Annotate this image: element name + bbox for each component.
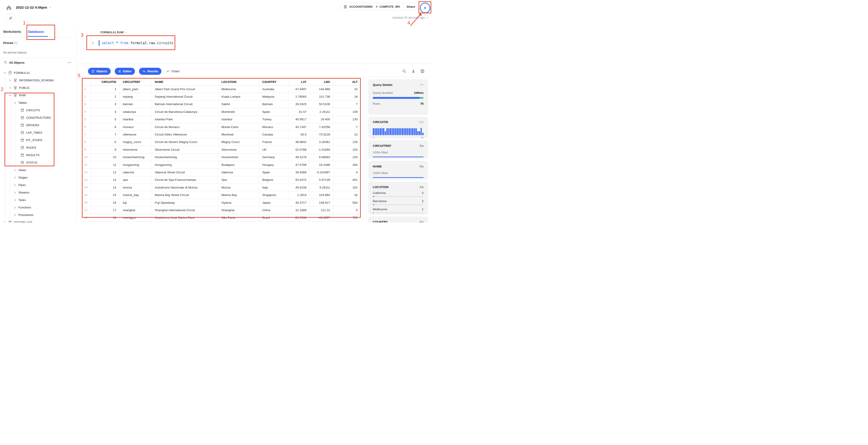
- cell-name[interactable]: Circuit de Monaco: [152, 123, 218, 131]
- chevron-right-icon[interactable]: [13, 213, 17, 217]
- table-row[interactable]: 1111hungaroringHungaroringBudapestHungar…: [82, 161, 361, 168]
- cell-lng[interactable]: -46.6997: [310, 214, 333, 221]
- cell-lat[interactable]: 31.3389: [288, 206, 310, 214]
- column-header-circuitid[interactable]: CIRCUITID: [91, 79, 120, 85]
- table-row[interactable]: 22sepangSepang International CircuitKual…: [82, 93, 361, 100]
- cell-country[interactable]: Italy: [259, 184, 288, 191]
- column-header-name[interactable]: NAME: [152, 79, 218, 85]
- cell-circuitref[interactable]: bahrain: [120, 100, 152, 108]
- table-row[interactable]: 1313spaCircuit de Spa-FrancorchampsSpaBe…: [82, 176, 361, 183]
- cell-name[interactable]: Hungaroring: [152, 161, 218, 168]
- tree-item-pit_stops[interactable]: PIT_STOPS: [0, 136, 76, 144]
- cell-alt[interactable]: 5: [333, 206, 361, 214]
- cell-location[interactable]: São Paulo: [218, 214, 259, 221]
- tab-databases[interactable]: Databases: [28, 30, 44, 34]
- cell-name[interactable]: Bahrain International Circuit: [152, 100, 218, 108]
- tree-item-pipes[interactable]: Pipes: [0, 181, 76, 189]
- home-button[interactable]: [6, 5, 12, 11]
- cell-location[interactable]: Istanbul: [218, 115, 259, 123]
- cell-country[interactable]: France: [259, 138, 288, 146]
- table-row[interactable]: 44catalunyaCircuit de Barcelona-Cataluny…: [82, 108, 361, 115]
- cell-country[interactable]: Turkey: [259, 115, 288, 123]
- cell-country[interactable]: Japan: [259, 199, 288, 206]
- cell-location[interactable]: Silverstone: [218, 146, 259, 153]
- table-row[interactable]: 1212valenciaValencia Street CircuitValen…: [82, 169, 361, 176]
- chevron-down-icon[interactable]: [3, 71, 7, 75]
- cell-circuitref[interactable]: monza: [120, 184, 152, 191]
- tree-item-functions[interactable]: Functions: [0, 204, 76, 211]
- column-header-alt[interactable]: ALT: [333, 79, 361, 85]
- share-button[interactable]: Share: [403, 3, 419, 11]
- cell-location[interactable]: Indianapolis: [218, 221, 259, 222]
- cell-lat[interactable]: 35.3717: [288, 199, 310, 206]
- cell-location[interactable]: Monte-Carlo: [218, 123, 259, 131]
- tree-item-procedures[interactable]: Procedures: [0, 211, 76, 219]
- cell-circuitref[interactable]: spa: [120, 176, 152, 183]
- cell-circuitref[interactable]: magny_cours: [120, 138, 152, 146]
- cell-lng[interactable]: 121.22: [310, 206, 333, 214]
- cell-country[interactable]: Malaysia: [259, 93, 288, 100]
- cell-country[interactable]: Brazil: [259, 214, 288, 221]
- cell-alt[interactable]: 13: [333, 131, 361, 138]
- cell-country[interactable]: USA: [259, 221, 288, 222]
- cell-location[interactable]: Melbourne: [218, 85, 259, 93]
- table-row[interactable]: 1818interlagosAutódromo José Carlos Pace…: [82, 214, 361, 221]
- cell-country[interactable]: Spain: [259, 169, 288, 176]
- cell-lat[interactable]: 52.0786: [288, 146, 310, 153]
- cell-country[interactable]: Hungary: [259, 161, 288, 168]
- cell-alt[interactable]: 103: [333, 153, 361, 161]
- column-header-circuitref[interactable]: CIRCUITREF: [120, 79, 152, 85]
- cell-lat[interactable]: 43.7347: [288, 123, 310, 131]
- cell-lng[interactable]: 2.26111: [310, 108, 333, 115]
- tree-item-tasks[interactable]: Tasks: [0, 196, 76, 204]
- cell-lat[interactable]: 47.5789: [288, 161, 310, 168]
- cell-country[interactable]: Singapore: [259, 191, 288, 199]
- table-row[interactable]: 1515marina_bayMarina Bay Street CircuitM…: [82, 191, 361, 199]
- chevron-right-icon[interactable]: [3, 221, 7, 223]
- cell-circuitid[interactable]: 10: [91, 153, 120, 161]
- cell-lng[interactable]: 138.927: [310, 199, 333, 206]
- table-row[interactable]: 55istanbulIstanbul ParkIstanbulTurkey40.…: [82, 115, 361, 123]
- cell-lng[interactable]: 19.2486: [310, 161, 333, 168]
- cell-circuitid[interactable]: 12: [91, 169, 120, 176]
- cell-alt[interactable]: 18: [333, 191, 361, 199]
- chevron-right-icon[interactable]: [13, 206, 17, 209]
- tree-item-raw[interactable]: RAW: [0, 92, 76, 99]
- cell-alt[interactable]: 7: [333, 123, 361, 131]
- chevron-down-icon[interactable]: [13, 101, 17, 105]
- cell-country[interactable]: Belgium: [259, 176, 288, 183]
- cell-country[interactable]: Germany: [259, 153, 288, 161]
- cell-name[interactable]: Circuit de Nevers Magny-Cours: [152, 138, 218, 146]
- all-objects-label[interactable]: All Objects: [9, 61, 25, 64]
- tab-objects[interactable]: Objects: [88, 68, 111, 75]
- cell-alt[interactable]: 10: [333, 85, 361, 93]
- cell-lng[interactable]: -73.5228: [310, 131, 333, 138]
- cell-circuitref[interactable]: sepang: [120, 93, 152, 100]
- sql-editor[interactable]: 1 select * from formula1.raw.circuits: [86, 36, 175, 50]
- column-header-lng[interactable]: LNG: [310, 79, 333, 85]
- table-row[interactable]: 11albert_parkAlbert Park Grand Prix Circ…: [82, 85, 361, 93]
- cell-circuitref[interactable]: valencia: [120, 169, 152, 176]
- cell-lng[interactable]: -0.331667: [310, 169, 333, 176]
- more-options-icon[interactable]: [68, 61, 71, 64]
- cell-circuitref[interactable]: hockenheimring: [120, 153, 152, 161]
- cell-name[interactable]: Autodromo Nazionale di Monza: [152, 184, 218, 191]
- cell-alt[interactable]: 153: [333, 146, 361, 153]
- cell-circuitref[interactable]: shanghai: [120, 206, 152, 214]
- cell-name[interactable]: Circuit Gilles Villeneuve: [152, 131, 218, 138]
- cell-lat[interactable]: 40.9517: [288, 115, 310, 123]
- cell-alt[interactable]: 401: [333, 176, 361, 183]
- cell-name[interactable]: Circuit de Barcelona-Catalunya: [152, 108, 218, 115]
- cell-circuitref[interactable]: fuji: [120, 199, 152, 206]
- cell-circuitid[interactable]: 1: [91, 85, 120, 93]
- cell-lng[interactable]: 3.16361: [310, 138, 333, 146]
- search-results-icon[interactable]: [402, 69, 406, 73]
- chevron-down-icon[interactable]: [8, 94, 12, 97]
- cell-lng[interactable]: 7.42056: [310, 123, 333, 131]
- cell-country[interactable]: Canada: [259, 131, 288, 138]
- cell-lng[interactable]: -1.01694: [310, 146, 333, 153]
- cell-alt[interactable]: 130: [333, 115, 361, 123]
- chevron-right-icon[interactable]: [13, 168, 17, 172]
- tree-item-formula1[interactable]: FORMULA1: [0, 69, 76, 77]
- table-row[interactable]: 88magny_coursCircuit de Nevers Magny-Cou…: [82, 138, 361, 146]
